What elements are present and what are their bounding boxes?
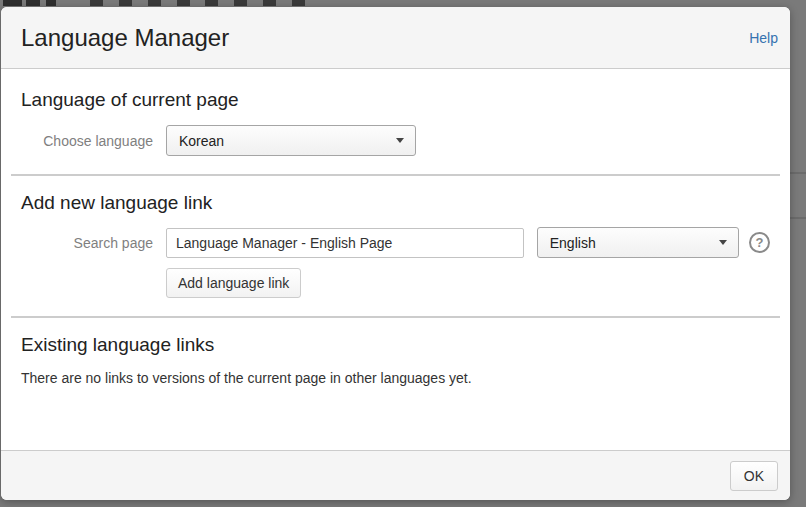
current-language-select-value: Korean [179,133,224,149]
background-fragment [263,0,276,6]
background-fragment [292,0,305,6]
question-mark-circle-icon[interactable]: ? [749,232,770,253]
dialog-body: Language of current page Choose language… [1,69,790,386]
background-fragment [46,0,56,6]
background-fragment [3,0,22,6]
background-fragment [26,0,40,6]
section-divider [11,316,780,318]
background-fragment [119,0,132,6]
background-fragment [234,0,247,6]
dialog-header: Language Manager Help [1,7,790,69]
background-fragment [90,0,103,6]
search-page-row: Search page English ? [21,227,770,258]
dialog-footer: OK [1,450,790,500]
ok-button[interactable]: OK [730,461,778,491]
background-page-line [790,172,806,174]
add-link-section-heading: Add new language link [21,192,770,214]
background-page-line [790,217,806,219]
background-fragment [148,0,161,6]
chevron-down-icon [719,240,727,245]
existing-links-section-heading: Existing language links [21,334,770,356]
background-fragment [205,0,218,6]
link-language-select[interactable]: English [537,227,739,258]
choose-language-row: Choose language Korean [21,125,770,156]
help-link[interactable]: Help [749,30,778,46]
current-language-select[interactable]: Korean [166,125,416,156]
background-fragment [177,0,190,6]
language-manager-dialog: Language Manager Help Language of curren… [1,7,790,500]
dialog-title: Language Manager [21,24,749,52]
search-page-input[interactable] [166,228,524,258]
existing-links-empty-message: There are no links to versions of the cu… [21,370,770,386]
section-divider [11,174,780,176]
choose-language-label: Choose language [21,133,153,149]
add-language-link-button[interactable]: Add language link [166,268,301,298]
search-page-label: Search page [21,235,153,251]
current-page-section-heading: Language of current page [21,89,770,111]
add-link-button-row: Add language link [166,268,770,298]
chevron-down-icon [396,138,404,143]
link-language-select-value: English [550,235,596,251]
